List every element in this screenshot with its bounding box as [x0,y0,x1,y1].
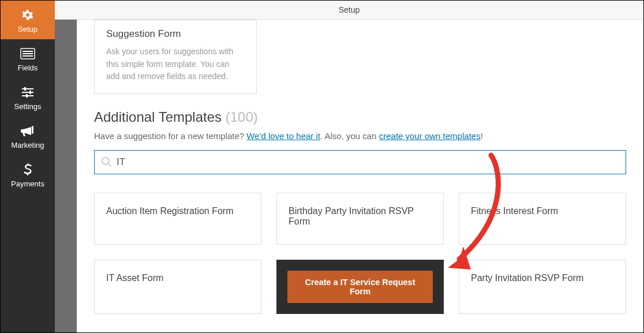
template-card-it-service-highlighted[interactable]: Create a IT Service Request Form [276,260,444,314]
sidebar-item-settings[interactable]: Settings [1,78,55,117]
svg-rect-5 [22,92,33,93]
template-grid: Auction Item Registration Form Birthday … [94,193,626,314]
template-name: Auction Item Registration Form [106,206,234,216]
card-description: Ask your users for suggestions with this… [106,46,245,83]
sidebar-item-fields[interactable]: Fields [1,39,55,78]
gear-icon [20,8,35,23]
sidebar-item-marketing[interactable]: Marketing [1,117,55,155]
additional-templates-heading: Additional Templates (100) [94,109,626,125]
search-icon [102,157,112,167]
subtitle-middle: . Also, you can [320,131,379,141]
sidebar-label-marketing: Marketing [11,141,44,149]
subtitle-prefix: Have a suggestion for a new template? [94,131,246,141]
dollar-icon [20,162,35,177]
content-inner: Suggestion Form Ask your users for sugge… [77,20,643,332]
hear-it-link[interactable]: We'd love to hear it [246,131,320,141]
svg-rect-3 [23,55,33,57]
svg-rect-8 [29,91,31,94]
bullhorn-icon [20,124,35,139]
template-name: IT Asset Form [106,273,163,283]
page-title: Setup [339,5,360,14]
sidebar-label-payments: Payments [11,179,44,188]
sidebar-label-fields: Fields [18,63,38,72]
suggestion-form-card[interactable]: Suggestion Form Ask your users for sugge… [94,20,257,94]
search-input[interactable] [117,156,619,168]
sidebar-label-settings: Settings [14,102,42,111]
list-icon [20,46,35,61]
subtitle-suffix: ! [481,131,483,141]
svg-rect-1 [23,51,33,52]
additional-templates-subtitle: Have a suggestion for a new template? We… [94,131,626,141]
template-name: Party Invitation RSVP Form [471,273,583,283]
template-card-party-rsvp[interactable]: Party Invitation RSVP Form [459,260,626,314]
create-template-button[interactable]: Create a IT Service Request Form [287,271,433,303]
sidebar-item-setup[interactable]: Setup [1,1,55,39]
template-card-it-asset[interactable]: IT Asset Form [94,260,261,314]
svg-rect-2 [23,53,33,54]
card-title: Suggestion Form [106,28,245,40]
heading-text: Additional Templates [94,109,222,125]
template-search[interactable] [94,150,626,174]
sidebar-item-payments[interactable]: Payments [1,155,55,194]
own-templates-link[interactable]: create your own templates [379,131,481,141]
template-name: Fitness Interest Form [471,206,558,216]
svg-rect-7 [24,87,26,91]
template-card-birthday-rsvp[interactable]: Birthday Party Invitation RSVP Form [276,193,444,245]
template-card-fitness[interactable]: Fitness Interest Form [459,193,626,245]
sidebar-label-setup: Setup [18,25,38,33]
template-name: Birthday Party Invitation RSVP Form [289,206,432,227]
sidebar: Setup Fields Settings Marketing Payments [1,1,55,333]
content-wrap: Suggestion Form Ask your users for sugge… [55,20,643,332]
svg-rect-4 [22,88,33,89]
template-card-auction[interactable]: Auction Item Registration Form [94,193,261,245]
sliders-icon [20,85,35,100]
page-header: Setup [55,1,643,20]
svg-rect-9 [26,94,28,98]
heading-count: (100) [226,109,258,125]
